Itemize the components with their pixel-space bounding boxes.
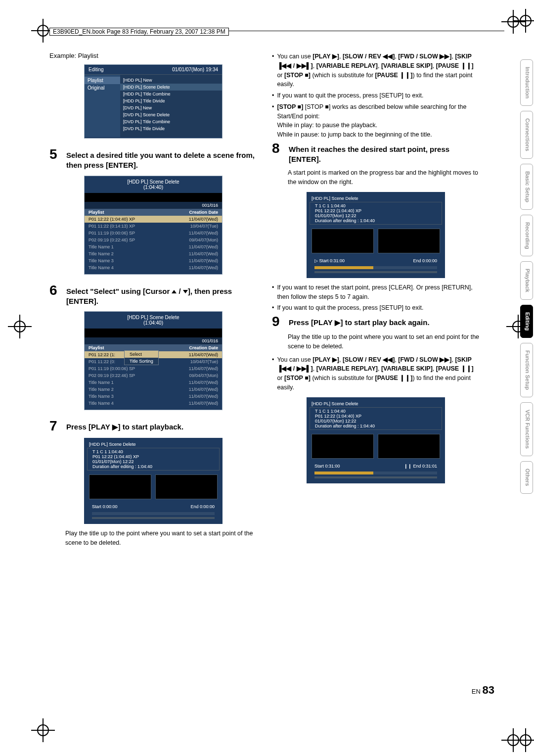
col-playlist: Playlist [89,210,189,215]
popup-sort: Title Sorting [125,358,158,365]
osd-progress-1: [HDD PL] Scene Delete T 1 C 1 1:04:40 P0… [84,438,222,524]
bullet-play-keys: • You can use [PLAY ▶], [SLOW / REV ◀◀],… [272,52,480,89]
osd-progress-3: [HDD PL] Scene Delete T 1 C 1 1:04:40 P0… [307,397,445,483]
osd-scene-delete-1: [HDD PL] Scene Delete (1:04:40) 001/016 … [84,176,222,275]
osd-duration: (1:04:40) [89,320,217,326]
osd-count: 001/016 [85,202,222,209]
list-item: Title Name 311/04/07(Wed) [85,257,222,264]
osd-line: 01/01/07(Mon) 12:22 [315,419,437,424]
osd-line: P01 12:22 (1:04:40) XP [315,414,437,419]
list-item: Title Name 211/04/07(Wed) [85,250,222,257]
osd-left-item: Original [88,84,117,92]
step-7-desc: Play the title up to the point where you… [65,529,257,548]
list-item: Title Name 211/04/07(Wed) [85,386,222,393]
osd-title: [HDD PL] Scene Delete [310,400,442,407]
tab-others[interactable]: Others [520,461,533,493]
osd-line: 01/01/07(Mon) 12:22 [315,213,437,218]
col-playlist: Playlist [89,345,189,350]
osd-count: 001/016 [85,337,222,344]
osd-editing-screenshot: Editing 01/01/07(Mon) 19:34 Playlist Ori… [84,64,222,139]
list-item: Title Name 111/04/07(Wed) [85,243,222,250]
list-item: Title Name 411/04/07(Wed) [85,264,222,271]
osd-line: T 1 C 1 1:04:40 [92,449,214,454]
osd-editing-title: Editing [89,67,104,72]
tab-editing[interactable]: Editing [520,305,533,338]
chapter-tabs: Introduction Connections Basic Setup Rec… [520,59,533,494]
col-date: Creation Date [189,345,218,350]
popup-select: Select [125,351,158,358]
osd-left-item: Playlist [85,77,120,84]
reg-mark-icon [507,16,519,28]
list-item: Title Name 111/04/07(Wed) [85,379,222,386]
reg-mark-icon [14,321,26,332]
end-time: End 0:00:00 [190,504,215,509]
bullet-reset-clear: •If you want to reset the start point, p… [272,283,480,302]
list-item: P01 11:19 (0:00:06) SP11/04/07(Wed) [85,365,222,372]
end-time: ❙❙ End 0:31:01 [404,464,437,469]
step-9-number: 9 [272,315,285,329]
bullet-stop-desc: • [STOP ■] [STOP ■] works as described b… [272,102,480,140]
osd-title: [HDD PL] Scene Delete [310,195,442,202]
step-8-desc: A start point is marked on the progress … [288,168,480,187]
osd-editing-datetime: 01/01/07(Mon) 19:34 [172,67,218,72]
osd-right-item: [DVD PL] Title Combine [123,118,219,125]
list-item: Title Name 411/04/07(Wed) [85,400,222,407]
list-item: P02 09:19 (0:22:46) SP09/04/07(Mon) [85,372,222,379]
tab-playback[interactable]: Playback [520,261,533,300]
col-date: Creation Date [189,210,218,215]
reg-mark-icon [507,734,519,746]
reg-mark-icon [520,15,532,27]
list-item: P01 11:22 (0:14:13) XP10/04/07(Tue) [85,223,222,230]
osd-duration: (1:04:40) [89,185,217,190]
step-9-text: Press [PLAY ▶] to start play back again. [289,315,480,329]
osd-title: [HDD PL] Scene Delete [89,315,217,320]
osd-title: [HDD PL] Scene Delete [87,441,220,448]
step-6-number: 6 [49,284,62,307]
cursor-down-icon [183,290,188,293]
list-item: P01 11:19 (0:00:06) SP11/04/07(Wed) [85,230,222,236]
osd-line: Duration after editing : 1:04:40 [315,218,437,223]
osd-right-item: [HDD PL] Title Divide [123,97,219,104]
osd-line: T 1 C 1 1:04:40 [315,203,437,208]
osd-line: P01 12:22 (1:04:40) XP [92,454,214,459]
bullet-play-keys-end: • You can use [PLAY ▶], [SLOW / REV ◀◀],… [272,355,480,392]
osd-line: 01/01/07(Mon) 12:22 [92,459,214,464]
list-item: P01 12:22 (1:04:40) XP11/04/07(Wed) [85,216,222,223]
step-7-number: 7 [49,419,62,433]
step-8-number: 8 [272,142,285,165]
start-time: Start 0:31:00 [314,464,340,469]
start-time: ▷ Start 0:31:00 [314,258,345,263]
reg-mark-icon [37,724,49,736]
step-9-desc: Play the title up to the point where you… [288,332,480,351]
osd-line: P01 12:22 (1:04:40) XP [315,208,437,213]
list-item: P02 09:19 (0:22:46) SP09/04/07(Mon) [85,236,222,243]
example-label: Example: Playlist [49,52,257,59]
list-item: Title Name 311/04/07(Wed) [85,393,222,400]
page-number: EN 83 [472,684,494,697]
step-5-text: Select a desired title you want to delet… [66,147,257,171]
tab-basic-setup[interactable]: Basic Setup [520,164,533,210]
bullet-quit-setup: •If you want to quit the process, press … [272,91,480,100]
osd-line: Duration after editing : 1:04:40 [315,424,437,428]
step-7-text: Press [PLAY ▶] to start playback. [66,419,257,433]
osd-right-item: [DVD PL] Scene Delete [123,111,219,118]
book-header: E3B90ED_EN.book Page 83 Friday, February… [49,28,229,36]
osd-right-item: [DVD PL] Title Divide [123,125,219,132]
step-5-number: 5 [49,147,62,171]
start-time: Start 0:00:00 [92,504,118,509]
osd-right-item: [HDD PL] Scene Delete [120,84,222,91]
osd-title: [HDD PL] Scene Delete [89,179,217,185]
step-6-text: Select "Select" using [Cursor / ], then … [66,284,257,307]
osd-line: T 1 C 1 1:04:40 [315,409,437,414]
osd-progress-2: [HDD PL] Scene Delete T 1 C 1 1:04:40 P0… [307,192,445,278]
osd-right-item: [HDD PL] New [123,77,219,84]
tab-introduction[interactable]: Introduction [520,59,533,106]
tab-function-setup[interactable]: Function Setup [520,343,533,397]
tab-vcr-functions[interactable]: VCR Functions [520,402,533,456]
osd-right-item: [DVD PL] New [123,104,219,111]
cursor-up-icon [172,290,177,293]
tab-connections[interactable]: Connections [520,111,533,159]
osd-right-item: [HDD PL] Title Combine [123,91,219,97]
tab-recording[interactable]: Recording [520,215,533,256]
osd-scene-delete-2: [HDD PL] Scene Delete (1:04:40) 001/016 … [84,311,222,410]
